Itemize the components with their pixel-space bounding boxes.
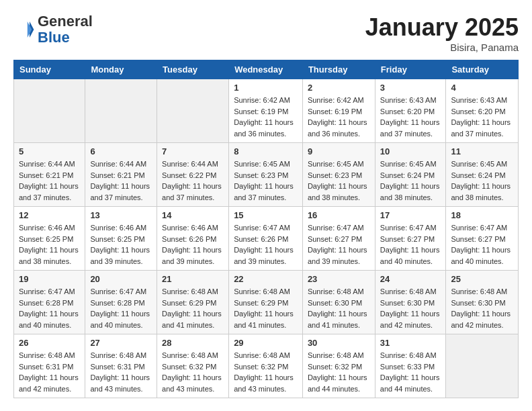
table-row: 7Sunrise: 6:44 AM Sunset: 6:22 PM Daylig… bbox=[157, 143, 229, 207]
day-number: 29 bbox=[234, 338, 298, 348]
day-number: 7 bbox=[162, 146, 224, 156]
day-info: Sunrise: 6:46 AM Sunset: 6:25 PM Dayligh… bbox=[19, 222, 80, 267]
day-info: Sunrise: 6:48 AM Sunset: 6:32 PM Dayligh… bbox=[234, 350, 298, 394]
day-number: 8 bbox=[234, 146, 298, 156]
col-friday: Friday bbox=[375, 60, 446, 79]
table-row bbox=[14, 79, 85, 143]
table-row: 20Sunrise: 6:47 AM Sunset: 6:28 PM Dayli… bbox=[85, 271, 157, 334]
day-number: 16 bbox=[308, 210, 370, 220]
logo: General Blue bbox=[13, 13, 93, 46]
table-row: 9Sunrise: 6:45 AM Sunset: 6:23 PM Daylig… bbox=[302, 143, 375, 207]
table-row: 13Sunrise: 6:46 AM Sunset: 6:25 PM Dayli… bbox=[85, 207, 157, 271]
day-info: Sunrise: 6:48 AM Sunset: 6:31 PM Dayligh… bbox=[90, 350, 152, 394]
day-number: 13 bbox=[90, 210, 152, 220]
col-tuesday: Tuesday bbox=[157, 60, 229, 79]
day-info: Sunrise: 6:48 AM Sunset: 6:31 PM Dayligh… bbox=[19, 350, 80, 394]
day-number: 25 bbox=[451, 274, 513, 284]
logo-general: General bbox=[38, 13, 93, 30]
day-info: Sunrise: 6:47 AM Sunset: 6:27 PM Dayligh… bbox=[380, 222, 441, 267]
logo-icon bbox=[13, 19, 35, 40]
day-number: 18 bbox=[451, 210, 513, 220]
table-row: 27Sunrise: 6:48 AM Sunset: 6:31 PM Dayli… bbox=[85, 334, 157, 398]
day-info: Sunrise: 6:48 AM Sunset: 6:32 PM Dayligh… bbox=[308, 350, 370, 394]
day-number: 27 bbox=[90, 338, 152, 348]
day-info: Sunrise: 6:47 AM Sunset: 6:28 PM Dayligh… bbox=[19, 286, 80, 330]
table-row bbox=[157, 79, 229, 143]
table-row: 5Sunrise: 6:44 AM Sunset: 6:21 PM Daylig… bbox=[14, 143, 85, 207]
day-number: 10 bbox=[380, 146, 441, 156]
table-row: 28Sunrise: 6:48 AM Sunset: 6:32 PM Dayli… bbox=[157, 334, 229, 398]
day-info: Sunrise: 6:48 AM Sunset: 6:29 PM Dayligh… bbox=[234, 286, 298, 330]
day-info: Sunrise: 6:45 AM Sunset: 6:23 PM Dayligh… bbox=[234, 158, 298, 203]
day-number: 21 bbox=[162, 274, 224, 284]
day-number: 24 bbox=[380, 274, 441, 284]
day-number: 5 bbox=[19, 146, 80, 156]
day-info: Sunrise: 6:45 AM Sunset: 6:24 PM Dayligh… bbox=[380, 158, 441, 203]
table-row: 22Sunrise: 6:48 AM Sunset: 6:29 PM Dayli… bbox=[229, 271, 303, 334]
calendar-week-row: 12Sunrise: 6:46 AM Sunset: 6:25 PM Dayli… bbox=[14, 207, 519, 271]
table-row: 31Sunrise: 6:48 AM Sunset: 6:33 PM Dayli… bbox=[375, 334, 446, 398]
table-row: 21Sunrise: 6:48 AM Sunset: 6:29 PM Dayli… bbox=[157, 271, 229, 334]
logo-text: General Blue bbox=[38, 13, 93, 46]
table-row: 8Sunrise: 6:45 AM Sunset: 6:23 PM Daylig… bbox=[229, 143, 303, 207]
table-row: 18Sunrise: 6:47 AM Sunset: 6:27 PM Dayli… bbox=[446, 207, 519, 271]
day-number: 26 bbox=[19, 338, 80, 348]
day-info: Sunrise: 6:48 AM Sunset: 6:32 PM Dayligh… bbox=[162, 350, 224, 394]
table-row: 29Sunrise: 6:48 AM Sunset: 6:32 PM Dayli… bbox=[229, 334, 303, 398]
table-row: 4Sunrise: 6:43 AM Sunset: 6:20 PM Daylig… bbox=[446, 79, 519, 143]
day-info: Sunrise: 6:47 AM Sunset: 6:26 PM Dayligh… bbox=[234, 222, 298, 267]
table-row: 11Sunrise: 6:45 AM Sunset: 6:24 PM Dayli… bbox=[446, 143, 519, 207]
day-number: 23 bbox=[308, 274, 370, 284]
table-row bbox=[446, 334, 519, 398]
day-info: Sunrise: 6:48 AM Sunset: 6:30 PM Dayligh… bbox=[451, 286, 513, 330]
table-row: 15Sunrise: 6:47 AM Sunset: 6:26 PM Dayli… bbox=[229, 207, 303, 271]
table-row: 23Sunrise: 6:48 AM Sunset: 6:30 PM Dayli… bbox=[302, 271, 375, 334]
table-row: 25Sunrise: 6:48 AM Sunset: 6:30 PM Dayli… bbox=[446, 271, 519, 334]
day-info: Sunrise: 6:48 AM Sunset: 6:33 PM Dayligh… bbox=[380, 350, 441, 394]
month-title: January 2025 bbox=[365, 13, 519, 42]
day-number: 12 bbox=[19, 210, 80, 220]
day-info: Sunrise: 6:48 AM Sunset: 6:30 PM Dayligh… bbox=[308, 286, 370, 330]
calendar-table: Sunday Monday Tuesday Wednesday Thursday… bbox=[13, 60, 519, 398]
table-row: 26Sunrise: 6:48 AM Sunset: 6:31 PM Dayli… bbox=[14, 334, 85, 398]
table-row bbox=[85, 79, 157, 143]
day-number: 30 bbox=[308, 338, 370, 348]
location-subtitle: Bisira, Panama bbox=[365, 42, 519, 53]
col-saturday: Saturday bbox=[446, 60, 519, 79]
day-number: 1 bbox=[234, 83, 298, 93]
day-number: 28 bbox=[162, 338, 224, 348]
logo-blue: Blue bbox=[38, 29, 70, 46]
day-info: Sunrise: 6:44 AM Sunset: 6:21 PM Dayligh… bbox=[90, 158, 152, 203]
day-number: 20 bbox=[90, 274, 152, 284]
table-row: 2Sunrise: 6:42 AM Sunset: 6:19 PM Daylig… bbox=[302, 79, 375, 143]
day-info: Sunrise: 6:47 AM Sunset: 6:28 PM Dayligh… bbox=[90, 286, 152, 330]
table-row: 24Sunrise: 6:48 AM Sunset: 6:30 PM Dayli… bbox=[375, 271, 446, 334]
col-wednesday: Wednesday bbox=[229, 60, 303, 79]
day-info: Sunrise: 6:48 AM Sunset: 6:29 PM Dayligh… bbox=[162, 286, 224, 330]
day-info: Sunrise: 6:45 AM Sunset: 6:24 PM Dayligh… bbox=[451, 158, 513, 203]
table-row: 3Sunrise: 6:43 AM Sunset: 6:20 PM Daylig… bbox=[375, 79, 446, 143]
day-info: Sunrise: 6:44 AM Sunset: 6:21 PM Dayligh… bbox=[19, 158, 80, 203]
day-info: Sunrise: 6:47 AM Sunset: 6:27 PM Dayligh… bbox=[308, 222, 370, 267]
day-number: 19 bbox=[19, 274, 80, 284]
calendar-week-row: 26Sunrise: 6:48 AM Sunset: 6:31 PM Dayli… bbox=[14, 334, 519, 398]
day-info: Sunrise: 6:43 AM Sunset: 6:20 PM Dayligh… bbox=[451, 95, 513, 139]
table-row: 30Sunrise: 6:48 AM Sunset: 6:32 PM Dayli… bbox=[302, 334, 375, 398]
title-block: January 2025 Bisira, Panama bbox=[365, 13, 519, 53]
day-number: 15 bbox=[234, 210, 298, 220]
table-row: 16Sunrise: 6:47 AM Sunset: 6:27 PM Dayli… bbox=[302, 207, 375, 271]
day-number: 9 bbox=[308, 146, 370, 156]
page-header: General Blue January 2025 Bisira, Panama bbox=[13, 13, 519, 53]
day-number: 17 bbox=[380, 210, 441, 220]
day-info: Sunrise: 6:43 AM Sunset: 6:20 PM Dayligh… bbox=[380, 95, 441, 139]
day-number: 11 bbox=[451, 146, 513, 156]
table-row: 10Sunrise: 6:45 AM Sunset: 6:24 PM Dayli… bbox=[375, 143, 446, 207]
table-row: 19Sunrise: 6:47 AM Sunset: 6:28 PM Dayli… bbox=[14, 271, 85, 334]
col-monday: Monday bbox=[85, 60, 157, 79]
day-number: 14 bbox=[162, 210, 224, 220]
day-number: 22 bbox=[234, 274, 298, 284]
table-row: 6Sunrise: 6:44 AM Sunset: 6:21 PM Daylig… bbox=[85, 143, 157, 207]
day-info: Sunrise: 6:44 AM Sunset: 6:22 PM Dayligh… bbox=[162, 158, 224, 203]
day-number: 2 bbox=[308, 83, 370, 93]
table-row: 1Sunrise: 6:42 AM Sunset: 6:19 PM Daylig… bbox=[229, 79, 303, 143]
